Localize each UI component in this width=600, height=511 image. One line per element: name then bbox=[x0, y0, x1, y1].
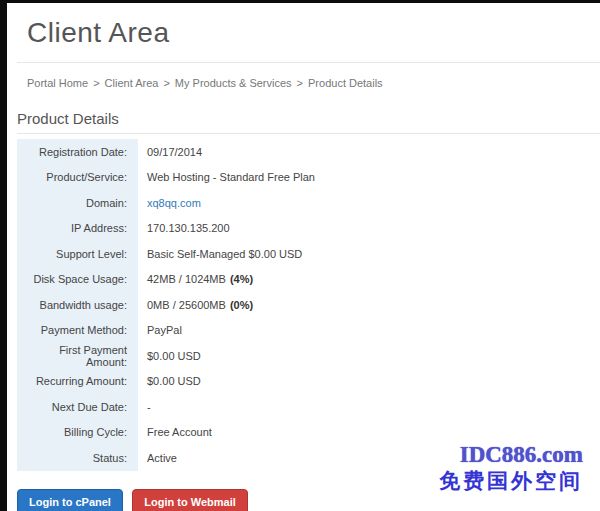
page-title: Client Area bbox=[27, 17, 600, 49]
header-divider bbox=[17, 62, 600, 63]
product-details-table: Registration Date: 09/17/2014 Product/Se… bbox=[17, 139, 600, 471]
bandwidth-percent: (0%) bbox=[230, 299, 253, 311]
breadcrumb: Portal Home>Client Area>My Products & Se… bbox=[27, 77, 600, 89]
table-row-domain: Domain: xq8qq.com bbox=[17, 190, 600, 216]
field-label: Bandwidth usage: bbox=[17, 292, 138, 318]
field-label: Recurring Amount: bbox=[17, 369, 138, 395]
recurring-amount-value: $0.00 USD bbox=[147, 375, 201, 387]
bandwidth-value: 0MB / 25600MB bbox=[147, 299, 226, 311]
page-content: Client Area Portal Home>Client Area>My P… bbox=[7, 17, 600, 511]
breadcrumb-separator: > bbox=[93, 77, 99, 89]
table-row-payment-method: Payment Method: PayPal bbox=[17, 318, 600, 344]
field-label: Disk Space Usage: bbox=[17, 267, 138, 293]
table-row-first-payment-amount: First Payment Amount: $0.00 USD bbox=[17, 343, 600, 369]
table-row-bandwidth-usage: Bandwidth usage: 0MB / 25600MB (0%) bbox=[17, 292, 600, 318]
domain-link[interactable]: xq8qq.com bbox=[147, 197, 201, 209]
section-title: Product Details bbox=[17, 110, 600, 134]
breadcrumb-link-portal-home[interactable]: Portal Home bbox=[27, 77, 88, 89]
field-label: Payment Method: bbox=[17, 318, 138, 344]
field-label: First Payment Amount: bbox=[17, 343, 138, 369]
field-label: Billing Cycle: bbox=[17, 420, 138, 446]
action-buttons: Login to cPanel Login to Webmail bbox=[17, 489, 600, 511]
field-label: Status: bbox=[17, 445, 138, 471]
next-due-date-value: - bbox=[147, 401, 151, 413]
status-value: Active bbox=[147, 452, 177, 464]
breadcrumb-current-product-details: Product Details bbox=[308, 77, 383, 89]
field-label: Product/Service: bbox=[17, 165, 138, 191]
breadcrumb-separator: > bbox=[297, 77, 303, 89]
table-row-billing-cycle: Billing Cycle: Free Account bbox=[17, 420, 600, 446]
login-to-webmail-button[interactable]: Login to Webmail bbox=[132, 489, 247, 511]
table-row-disk-space-usage: Disk Space Usage: 42MB / 1024MB (4%) bbox=[17, 267, 600, 293]
table-row-support-level: Support Level: Basic Self-Managed $0.00 … bbox=[17, 241, 600, 267]
field-label: Support Level: bbox=[17, 241, 138, 267]
breadcrumb-link-client-area[interactable]: Client Area bbox=[105, 77, 159, 89]
table-row-status: Status: Active bbox=[17, 445, 600, 471]
table-row-product-service: Product/Service: Web Hosting - Standard … bbox=[17, 165, 600, 191]
breadcrumb-link-my-products-services[interactable]: My Products & Services bbox=[175, 77, 292, 89]
disk-space-value: 42MB / 1024MB bbox=[147, 273, 226, 285]
ip-address-value: 170.130.135.200 bbox=[147, 222, 230, 234]
disk-space-percent: (4%) bbox=[230, 273, 253, 285]
product-service-value: Web Hosting - Standard Free Plan bbox=[147, 171, 315, 183]
login-to-cpanel-button[interactable]: Login to cPanel bbox=[17, 489, 123, 511]
table-row-recurring-amount: Recurring Amount: $0.00 USD bbox=[17, 369, 600, 395]
field-label: IP Address: bbox=[17, 216, 138, 242]
table-row-ip-address: IP Address: 170.130.135.200 bbox=[17, 216, 600, 242]
field-label: Next Due Date: bbox=[17, 394, 138, 420]
field-label: Domain: bbox=[17, 190, 138, 216]
payment-method-value: PayPal bbox=[147, 324, 182, 336]
breadcrumb-separator: > bbox=[163, 77, 169, 89]
table-row-next-due-date: Next Due Date: - bbox=[17, 394, 600, 420]
registration-date-value: 09/17/2014 bbox=[147, 146, 202, 158]
support-level-value: Basic Self-Managed $0.00 USD bbox=[147, 248, 302, 260]
first-payment-amount-value: $0.00 USD bbox=[147, 350, 201, 362]
billing-cycle-value: Free Account bbox=[147, 426, 212, 438]
table-row-registration-date: Registration Date: 09/17/2014 bbox=[17, 139, 600, 165]
field-label: Registration Date: bbox=[17, 139, 138, 165]
